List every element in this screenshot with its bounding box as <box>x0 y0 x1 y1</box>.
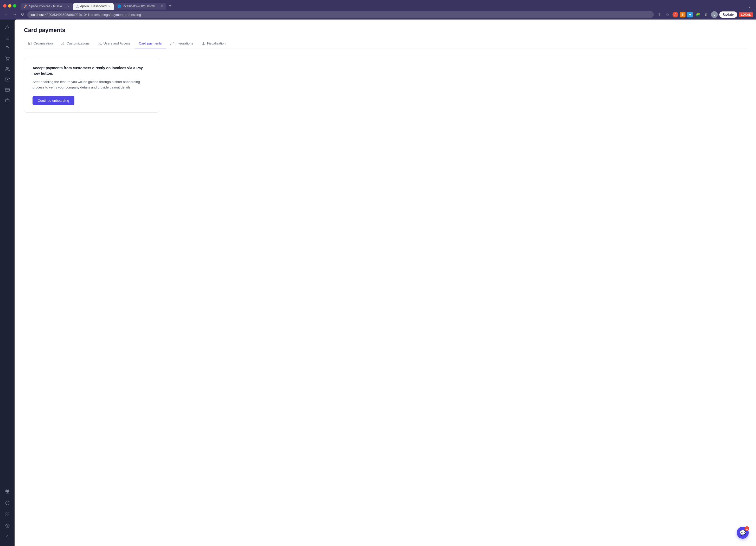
new-tab-button[interactable]: + <box>167 2 174 10</box>
svg-point-5 <box>9 60 9 60</box>
svg-point-20 <box>7 525 8 526</box>
svg-point-25 <box>99 42 100 43</box>
sidebar-item-card[interactable] <box>3 85 12 94</box>
address-text: localhost:4200/63493595af6c004c1041ed1e/… <box>30 12 141 17</box>
sidebar-item-settings[interactable] <box>3 521 12 530</box>
content-area: Accept payments from customers directly … <box>15 48 756 122</box>
customizations-icon <box>61 42 65 45</box>
continue-onboarding-button[interactable]: Continue onboarding <box>33 96 74 105</box>
organization-icon <box>28 42 32 45</box>
traffic-light-green[interactable] <box>13 4 16 8</box>
sidebar-item-users[interactable] <box>3 64 12 74</box>
tab-2-icon: △ <box>76 4 79 8</box>
svg-point-6 <box>6 67 8 69</box>
tab-menu-button[interactable]: ⌄ <box>746 4 753 10</box>
tab-card-payments[interactable]: Card payments <box>135 39 166 48</box>
sidebar-item-archive[interactable] <box>3 75 12 84</box>
payment-onboarding-card: Accept payments from customers directly … <box>24 58 159 113</box>
sidebar-item-triangle[interactable] <box>3 23 12 32</box>
address-host: localhost:4200/63493595af6c004c1041ed1e/… <box>30 13 141 17</box>
svg-rect-16 <box>6 513 7 514</box>
extension-a-icon[interactable]: A <box>672 12 678 17</box>
users-access-icon <box>98 42 102 45</box>
tab-users-access-label: Users and Access <box>104 41 131 45</box>
svg-rect-18 <box>6 515 7 516</box>
back-button[interactable]: ← <box>3 11 9 18</box>
svg-rect-9 <box>5 88 9 91</box>
page-title: Card payments <box>24 27 747 34</box>
tab-3-label: localhost:4200/public/sid_1b4... <box>123 4 159 8</box>
sidebar-item-grid[interactable] <box>3 510 12 519</box>
app-container: Card payments Organization <box>0 20 756 546</box>
chat-icon: 💬 <box>740 530 746 536</box>
main-content: Card payments Organization <box>15 20 756 546</box>
local-badge: LOCAL <box>739 12 753 17</box>
sidebar-item-profile[interactable] <box>3 532 12 542</box>
split-view-icon[interactable]: ⧉ <box>703 11 709 18</box>
page-header: Card payments Organization <box>15 20 756 48</box>
browser-toolbar: ← → ↻ localhost:4200/63493595af6c004c104… <box>0 10 756 20</box>
traffic-light-yellow[interactable] <box>8 4 11 8</box>
svg-rect-22 <box>29 42 31 45</box>
tab-1-label: Space Invoices - Mission Cont... <box>29 4 66 8</box>
tab-integrations[interactable]: Integrations <box>166 39 197 48</box>
chat-bubble-badge: 1 <box>745 526 749 531</box>
update-button[interactable]: Update <box>719 11 737 18</box>
bookmark-icon[interactable]: ☆ <box>664 11 671 18</box>
address-bar[interactable]: localhost:4200/63493595af6c004c1041ed1e/… <box>27 11 654 18</box>
svg-rect-19 <box>8 515 9 516</box>
payment-card-description: After enabling the feature you will be g… <box>33 79 151 90</box>
sidebar-bottom <box>3 487 12 543</box>
browser-chrome: 🚀 Space Invoices - Mission Cont... ✕ △ A… <box>0 0 756 20</box>
tab-customizations[interactable]: Customizations <box>57 39 94 48</box>
integrations-icon <box>170 42 174 45</box>
svg-rect-11 <box>5 99 9 102</box>
reload-button[interactable]: ↻ <box>20 11 25 18</box>
payment-card-title: Accept payments from customers directly … <box>33 65 151 76</box>
svg-point-21 <box>7 536 8 537</box>
chat-bubble[interactable]: 💬 1 <box>737 527 749 539</box>
browser-tab-2[interactable]: △ Apollo | Dashboard ✕ <box>73 3 114 10</box>
browser-tab-1[interactable]: 🚀 Space Invoices - Mission Cont... ✕ <box>21 3 73 10</box>
tab-fiscalization-label: Fiscalization <box>207 41 226 45</box>
tab-3-icon: 🌐 <box>117 4 121 8</box>
avatar-icon[interactable]: U <box>711 11 718 18</box>
tab-1-close[interactable]: ✕ <box>67 5 69 8</box>
settings-tabs: Organization Customizations <box>24 39 747 48</box>
traffic-light-red[interactable] <box>3 4 7 8</box>
browser-tabs: 🚀 Space Invoices - Mission Cont... ✕ △ A… <box>21 2 753 10</box>
tab-card-payments-label: Card payments <box>139 41 162 45</box>
sidebar-item-gift[interactable] <box>3 487 12 496</box>
sidebar-item-briefcase[interactable] <box>3 95 12 105</box>
tab-customizations-label: Customizations <box>67 41 90 45</box>
sidebar-item-cart[interactable] <box>3 54 12 63</box>
svg-point-14 <box>5 501 9 505</box>
tab-2-label: Apollo | Dashboard <box>80 4 107 8</box>
tab-integrations-label: Integrations <box>176 41 193 45</box>
tab-organization[interactable]: Organization <box>24 39 57 48</box>
tab-2-close[interactable]: ✕ <box>108 5 111 8</box>
forward-button[interactable]: → <box>11 11 18 18</box>
tab-fiscalization[interactable]: Fiscalization <box>197 39 230 48</box>
svg-rect-7 <box>5 78 9 79</box>
browser-tab-3[interactable]: 🌐 localhost:4200/public/sid_1b4... ✕ <box>114 3 166 10</box>
sidebar-item-help[interactable] <box>3 498 12 508</box>
extension-b-icon[interactable]: S <box>680 12 685 17</box>
tab-organization-label: Organization <box>34 41 53 45</box>
svg-rect-17 <box>8 513 9 514</box>
extension-c-icon[interactable]: ✤ <box>687 12 693 17</box>
traffic-lights <box>3 4 16 8</box>
browser-titlebar: 🚀 Space Invoices - Mission Cont... ✕ △ A… <box>0 0 756 10</box>
fiscalization-icon <box>202 42 205 45</box>
tab-3-close[interactable]: ✕ <box>161 5 163 8</box>
share-icon[interactable]: ⇧ <box>656 11 663 18</box>
sidebar <box>0 20 15 546</box>
tab-users-access[interactable]: Users and Access <box>94 39 135 48</box>
sidebar-item-doc1[interactable] <box>3 33 12 42</box>
tab-1-icon: 🚀 <box>24 4 28 8</box>
toolbar-actions: ⇧ ☆ A S ✤ 🧩 ⧉ U Update LOCAL <box>656 11 753 18</box>
sidebar-item-doc2[interactable] <box>3 43 12 53</box>
puzzle-icon[interactable]: 🧩 <box>694 11 701 18</box>
